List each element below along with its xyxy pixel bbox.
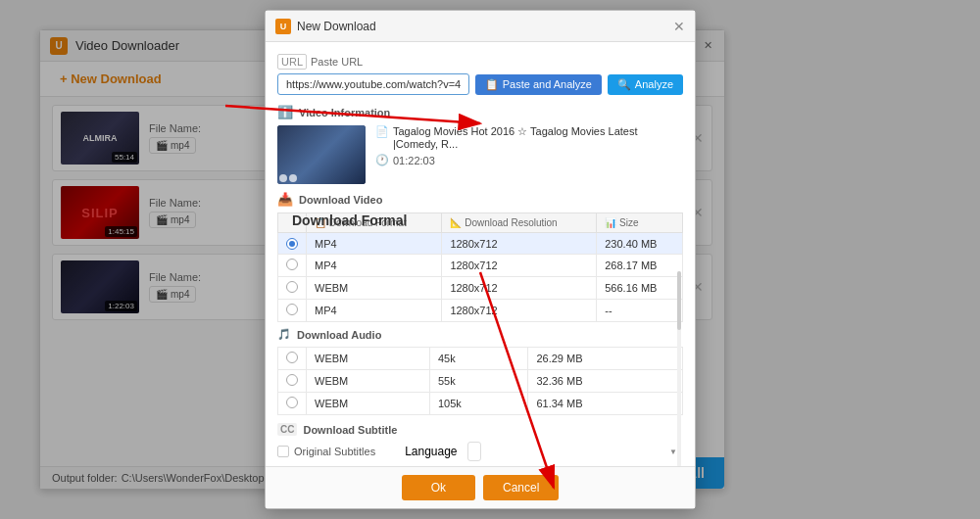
audio-resolution-cell-3: 105k xyxy=(429,393,527,415)
radio-3[interactable] xyxy=(286,281,298,293)
format-col-icon: 📋 xyxy=(315,217,326,228)
radio-cell[interactable] xyxy=(278,300,307,322)
doc-icon: 📄 xyxy=(375,125,389,138)
audio-resolution-cell-2: 55k xyxy=(429,370,527,393)
download-video-icon: 📥 xyxy=(277,192,293,207)
format-cell-4: MP4 xyxy=(307,300,442,322)
cancel-button[interactable]: Cancel xyxy=(483,475,559,500)
download-audio-header: 🎵 Download Audio xyxy=(277,328,683,341)
audio-size-cell-2: 32.36 MB xyxy=(528,370,683,393)
scrollbar-track xyxy=(677,271,681,466)
paste-analyze-button[interactable]: 📋 Paste and Analyze xyxy=(475,74,602,95)
audio-resolution-cell-1: 45k xyxy=(429,348,527,370)
radio-cell[interactable] xyxy=(278,370,307,393)
table-row[interactable]: WEBM 45k 26.29 MB xyxy=(278,348,683,370)
modal-footer: Ok Cancel xyxy=(266,466,695,508)
radio-2[interactable] xyxy=(286,259,298,270)
radio-cell[interactable] xyxy=(278,393,307,415)
video-meta: 📄 Tagalog Movies Hot 2016 ☆ Tagalog Movi… xyxy=(375,125,683,166)
col-radio xyxy=(278,213,307,233)
table-row[interactable]: MP4 1280x712 230.40 MB xyxy=(278,233,683,255)
audio-radio-2[interactable] xyxy=(286,374,298,386)
col-format-header: 📋 Download Format xyxy=(307,213,442,233)
format-table: 📋 Download Format 📐 Download Resolution … xyxy=(277,212,683,322)
video-title: 📄 Tagalog Movies Hot 2016 ☆ Tagalog Movi… xyxy=(375,125,683,150)
modal-body: URL Paste URL 📋 Paste and Analyze 🔍 Anal… xyxy=(266,42,695,466)
subtitle-row: Original Subtitles Language xyxy=(277,442,683,461)
modal-logo: U xyxy=(275,19,291,34)
language-label: Language xyxy=(405,445,457,458)
paste-icon: 📋 xyxy=(485,78,499,91)
size-col-icon: 📊 xyxy=(605,217,616,228)
original-subtitle-label[interactable]: Original Subtitles xyxy=(277,446,375,457)
resolution-cell-3: 1280x712 xyxy=(442,277,597,300)
resolution-cell-2: 1280x712 xyxy=(442,255,597,277)
audio-icon: 🎵 xyxy=(277,328,291,341)
analyze-button[interactable]: 🔍 Analyze xyxy=(608,74,683,95)
scrollbar-thumb[interactable] xyxy=(677,271,681,330)
url-icon: URL xyxy=(277,54,307,70)
audio-size-cell-3: 61.34 MB xyxy=(528,393,683,415)
col-resolution-header: 📐 Download Resolution xyxy=(442,213,597,233)
ok-button[interactable]: Ok xyxy=(402,475,475,500)
size-cell-1: 230.40 MB xyxy=(597,233,683,255)
modal-dialog: U New Download ✕ URL Paste URL 📋 Paste a… xyxy=(265,10,696,509)
modal-titlebar: U New Download ✕ xyxy=(266,11,695,42)
audio-formats-body: WEBM 45k 26.29 MB WEBM 55k 32.36 MB WEBM… xyxy=(278,348,683,415)
video-info-header: ℹ️ Video Information xyxy=(277,105,683,119)
resolution-cell-1: 1280x712 xyxy=(442,233,597,255)
table-row[interactable]: MP4 1280x712 268.17 MB xyxy=(278,255,683,277)
subtitle-section: CC Download Subtitle Original Subtitles … xyxy=(277,423,683,461)
col-size-header: 📊 Size xyxy=(597,213,683,233)
format-table-container: 📋 Download Format 📐 Download Resolution … xyxy=(277,212,683,415)
modal-title: New Download xyxy=(297,20,673,33)
modal-close-button[interactable]: ✕ xyxy=(673,19,685,34)
audio-format-cell-3: WEBM xyxy=(307,393,430,415)
resolution-cell-4: 1280x712 xyxy=(442,300,597,322)
audio-format-table: WEBM 45k 26.29 MB WEBM 55k 32.36 MB WEBM… xyxy=(277,347,683,415)
format-cell-3: WEBM xyxy=(307,277,442,300)
size-cell-2: 268.17 MB xyxy=(597,255,683,277)
format-cell-1: MP4 xyxy=(307,233,442,255)
clock-icon: 🕐 xyxy=(375,154,389,166)
video-info-icon: ℹ️ xyxy=(277,105,293,119)
radio-1[interactable] xyxy=(286,238,298,250)
video-formats-body: MP4 1280x712 230.40 MB MP4 1280x712 268.… xyxy=(278,233,683,322)
audio-radio-3[interactable] xyxy=(286,397,298,408)
resolution-col-icon: 📐 xyxy=(450,217,462,228)
video-duration: 🕐 01:22:03 xyxy=(375,154,683,166)
format-cell-2: MP4 xyxy=(307,255,442,277)
cc-icon: CC xyxy=(277,423,297,436)
video-info-box: 📄 Tagalog Movies Hot 2016 ☆ Tagalog Movi… xyxy=(277,125,683,184)
url-input-row: 📋 Paste and Analyze 🔍 Analyze xyxy=(277,73,683,95)
language-select[interactable] xyxy=(467,442,481,461)
video-thumbnail xyxy=(277,125,366,184)
table-row[interactable]: WEBM 1280x712 566.16 MB xyxy=(278,277,683,300)
audio-radio-1[interactable] xyxy=(286,352,298,363)
language-wrapper xyxy=(467,442,683,461)
radio-4[interactable] xyxy=(286,304,298,315)
video-thumb-inner xyxy=(277,125,366,184)
table-row[interactable]: WEBM 105k 61.34 MB xyxy=(278,393,683,415)
table-header-row: 📋 Download Format 📐 Download Resolution … xyxy=(278,213,683,233)
audio-size-cell-1: 26.29 MB xyxy=(528,348,683,370)
radio-cell[interactable] xyxy=(278,348,307,370)
radio-cell[interactable] xyxy=(278,233,307,255)
audio-format-cell-2: WEBM xyxy=(307,370,430,393)
size-cell-3: 566.16 MB xyxy=(597,277,683,300)
download-video-header: 📥 Download Video xyxy=(277,192,683,207)
url-section: URL Paste URL 📋 Paste and Analyze 🔍 Anal… xyxy=(277,54,683,95)
radio-cell[interactable] xyxy=(278,255,307,277)
size-cell-4: -- xyxy=(597,300,683,322)
radio-cell[interactable] xyxy=(278,277,307,300)
table-row[interactable]: WEBM 55k 32.36 MB xyxy=(278,370,683,393)
url-label: URL Paste URL xyxy=(277,54,683,70)
table-row[interactable]: MP4 1280x712 -- xyxy=(278,300,683,322)
audio-format-cell-1: WEBM xyxy=(307,348,430,370)
search-icon: 🔍 xyxy=(617,78,631,91)
url-input[interactable] xyxy=(277,73,469,95)
original-subtitle-checkbox[interactable] xyxy=(277,446,289,457)
download-subtitle-header: CC Download Subtitle xyxy=(277,423,683,436)
